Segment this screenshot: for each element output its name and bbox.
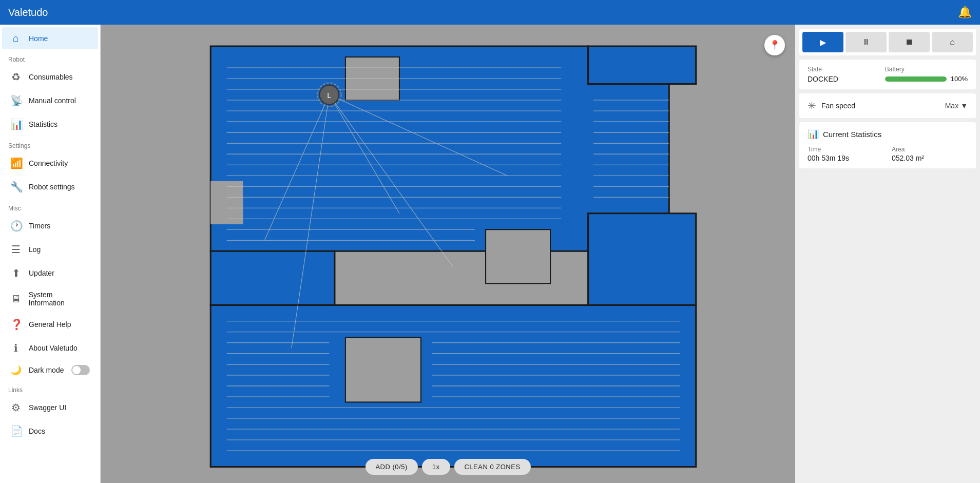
pause-button[interactable]: ⏸ — [846, 32, 887, 52]
notification-bell-icon[interactable]: 🔔 — [958, 6, 972, 19]
map-bottom-bar: ADD (0/5) 1x CLEAN 0 ZONES — [365, 459, 530, 475]
fan-speed-value: Max — [945, 102, 958, 110]
dark-mode-row: 🌙 Dark mode — [2, 360, 98, 380]
sidebar-section-misc: Misc — [0, 199, 100, 214]
dark-mode-icon: 🌙 — [10, 364, 22, 376]
battery-bar — [885, 76, 947, 82]
home-button[interactable]: ⌂ — [932, 32, 973, 52]
map-area: L 📍 ADD (0/5) 1x CLEAN 0 ZONES — [101, 25, 795, 483]
sidebar-item-log-label: Log — [29, 245, 41, 254]
robot-settings-icon: 🔧 — [10, 181, 22, 193]
timers-icon: 🕐 — [10, 220, 22, 232]
docs-icon: 📄 — [10, 425, 22, 437]
current-statistics-card: 📊 Current Statistics Time 00h 53m 19s Ar… — [799, 122, 976, 168]
swagger-icon: ⚙ — [10, 401, 22, 414]
sidebar-item-docs[interactable]: 📄 Docs — [2, 420, 98, 442]
sidebar-item-about-valetudo[interactable]: ℹ About Valetudo — [2, 337, 98, 359]
status-card: State DOCKED Battery 100% — [799, 60, 976, 89]
general-help-icon: ❓ — [10, 318, 22, 331]
stats-row: Time 00h 53m 19s Area 052.03 m² — [808, 146, 968, 162]
stats-area-col: Area 052.03 m² — [892, 146, 968, 162]
map-canvas: L — [101, 25, 795, 483]
about-valetudo-icon: ℹ — [10, 342, 22, 354]
svg-rect-8 — [345, 337, 421, 402]
sidebar-item-robot-settings[interactable]: 🔧 Robot settings — [2, 176, 98, 198]
stats-area-label: Area — [892, 146, 968, 153]
control-buttons-row: ▶ ⏸ ⏹ ⌂ — [799, 29, 976, 55]
stats-area-value: 052.03 m² — [892, 154, 968, 162]
battery-label: Battery — [885, 66, 968, 73]
stop-icon: ⏹ — [905, 37, 913, 47]
battery-bar-wrap: 100% — [885, 75, 968, 83]
stop-button[interactable]: ⏹ — [889, 32, 930, 52]
play-button[interactable]: ▶ — [802, 32, 843, 52]
svg-marker-4 — [588, 214, 696, 305]
stats-time-col: Time 00h 53m 19s — [808, 146, 883, 162]
sidebar-item-system-information-label: System Information — [29, 291, 90, 307]
sidebar-section-robot: Robot — [0, 50, 100, 65]
stats-title: Current Statistics — [823, 130, 881, 139]
sidebar-item-robot-settings-label: Robot settings — [29, 183, 75, 191]
updater-icon: ⬆ — [10, 267, 22, 279]
sidebar-item-docs-label: Docs — [29, 427, 45, 435]
stats-chart-icon: 📊 — [808, 128, 819, 140]
sidebar-section-links: Links — [0, 380, 100, 396]
sidebar-section-settings: Settings — [0, 136, 100, 151]
sidebar-item-statistics[interactable]: 📊 Statistics — [2, 113, 98, 136]
svg-marker-2 — [210, 251, 335, 305]
manual-control-icon: 📡 — [10, 94, 22, 107]
clean-zones-button[interactable]: CLEAN 0 ZONES — [454, 459, 530, 475]
log-icon: ☰ — [10, 243, 22, 256]
fan-icon: ✳ — [808, 100, 816, 112]
battery-fill — [885, 76, 947, 82]
fan-speed-label: Fan speed — [821, 102, 945, 110]
stats-header: 📊 Current Statistics — [808, 128, 968, 140]
sidebar-item-swagger-ui-label: Swagger UI — [29, 403, 66, 412]
sidebar-item-manual-control-label: Manual control — [29, 96, 76, 105]
dark-mode-toggle[interactable] — [71, 365, 90, 375]
sidebar-item-consumables-label: Consumables — [29, 73, 73, 81]
sidebar-item-updater[interactable]: ⬆ Updater — [2, 262, 98, 284]
stats-time-label: Time — [808, 146, 883, 153]
svg-marker-5 — [588, 46, 696, 84]
sidebar-item-system-information[interactable]: 🖥 System Information — [2, 285, 98, 312]
home-icon: ⌂ — [10, 32, 22, 44]
sidebar-item-log[interactable]: ☰ Log — [2, 238, 98, 261]
fan-speed-chevron-icon: ▼ — [960, 102, 968, 110]
sidebar-item-general-help-label: General Help — [29, 320, 71, 329]
pause-icon: ⏸ — [862, 37, 870, 47]
topbar: Valetudo 🔔 — [0, 0, 980, 25]
sidebar-item-home-label: Home — [29, 34, 48, 43]
fan-speed-card: ✳ Fan speed Max ▼ — [799, 93, 976, 118]
dark-mode-label: Dark mode — [29, 366, 64, 374]
main-layout: ⌂ Home Robot ♻ Consumables 📡 Manual cont… — [0, 25, 980, 483]
sidebar-item-connectivity-label: Connectivity — [29, 159, 68, 167]
map-location-pin-button[interactable]: 📍 — [764, 35, 785, 55]
state-value: DOCKED — [808, 75, 877, 83]
sidebar-item-manual-control[interactable]: 📡 Manual control — [2, 89, 98, 112]
state-label: State — [808, 66, 877, 73]
multiplier-button[interactable]: 1x — [422, 459, 450, 475]
sidebar: ⌂ Home Robot ♻ Consumables 📡 Manual cont… — [0, 25, 101, 483]
play-icon: ▶ — [820, 37, 826, 47]
sidebar-item-home[interactable]: ⌂ Home — [2, 27, 98, 49]
right-panel: ▶ ⏸ ⏹ ⌂ State DOCKED Battery — [795, 25, 980, 483]
svg-rect-7 — [486, 229, 550, 283]
consumables-icon: ♻ — [10, 71, 22, 83]
add-zones-button[interactable]: ADD (0/5) — [365, 459, 417, 475]
connectivity-icon: 📶 — [10, 157, 22, 169]
statistics-icon: 📊 — [10, 118, 22, 130]
sidebar-item-timers[interactable]: 🕐 Timers — [2, 215, 98, 237]
battery-percentage: 100% — [951, 75, 968, 83]
sidebar-item-statistics-label: Statistics — [29, 120, 57, 128]
sidebar-item-general-help[interactable]: ❓ General Help — [2, 313, 98, 336]
sidebar-item-consumables[interactable]: ♻ Consumables — [2, 66, 98, 88]
topbar-title: Valetudo — [8, 7, 48, 18]
svg-text:L: L — [327, 91, 331, 100]
sidebar-item-timers-label: Timers — [29, 222, 50, 230]
sidebar-item-swagger-ui[interactable]: ⚙ Swagger UI — [2, 396, 98, 419]
svg-rect-9 — [210, 181, 243, 224]
fan-speed-select[interactable]: Max ▼ — [945, 102, 968, 110]
sidebar-item-updater-label: Updater — [29, 269, 54, 277]
sidebar-item-connectivity[interactable]: 📶 Connectivity — [2, 152, 98, 175]
